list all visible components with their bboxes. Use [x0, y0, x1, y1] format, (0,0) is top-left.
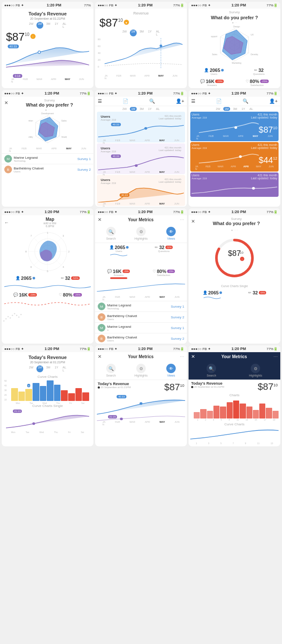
x-axis-2: JAN FEB MAR APR MAY JUN — [98, 74, 184, 80]
svg-text:3: 3 — [63, 234, 64, 237]
mr-chart — [97, 393, 185, 416]
user-name-1: Marine Legrand — [14, 156, 38, 160]
survey-heading-1: What do you prefer ? — [189, 14, 280, 21]
svg-text:Sales: Sales — [61, 119, 67, 122]
charts-label-mc: Charts — [189, 392, 280, 398]
card-revenue-1: ●●●○○ FB ✦ 1:20 PM 77% Today's Revenue 2… — [2, 2, 93, 88]
card-metrics-1: ●●●○○ FB ✦ 1:20 PM 77%🔋 ✕ Your Metrics ⋯… — [95, 208, 187, 344]
close-btn-2[interactable]: ✕ — [98, 217, 102, 223]
svg-text:8: 8 — [25, 250, 27, 253]
metrics-title-2: Your Metrics — [128, 354, 154, 359]
svg-point-32 — [239, 155, 241, 158]
user-item-4: B Barthélémy ChalvetUsers Survey 2 — [95, 312, 187, 322]
tab-2w[interactable]: 2W — [27, 22, 35, 29]
tab-1m[interactable]: 1M — [36, 22, 43, 29]
user-item-1: M Marine Legrand Technolog. Survey 1 — [2, 153, 93, 164]
tab-1y[interactable]: 1Y — [53, 22, 60, 29]
card-survey-1: ●●●○○ FB ✦ 1:20 PM 77%🔋 Survey What do y… — [189, 2, 280, 88]
map-subtitle: add a title6.8PM — [9, 222, 91, 228]
svg-text:4: 4 — [63, 266, 64, 268]
svg-text:Design: Design — [233, 26, 240, 28]
close-btn-1[interactable]: ✕ — [4, 100, 8, 106]
revenue-amount-mr: $8710 — [164, 382, 184, 393]
tooltip-purple-1: 3:18 — [13, 74, 22, 78]
status-bar-5: ●●●○○ FB ✦ 1:20 PM 77%🔋 — [95, 90, 187, 97]
back-btn[interactable]: ← — [4, 220, 9, 225]
revenue-title-mc: Today's Revenue — [191, 381, 224, 386]
metrics-title-3: Your Metrics — [222, 354, 247, 359]
stats-row-2: 💬 16K -20% Answers ♡ 80% -25% Satisfacti… — [189, 77, 280, 88]
svg-point-31 — [234, 126, 237, 129]
survey-link-1[interactable]: Survey 1 — [77, 157, 91, 161]
user-icon-2[interactable]: 👤+ — [269, 98, 278, 104]
menu-icon[interactable]: ☰ — [98, 98, 102, 104]
close-btn-5[interactable]: ✕ — [191, 354, 195, 359]
metrics-title-1: Your Metrics — [128, 217, 154, 222]
revenue-subtitle-4: 20 September at 01:21PM — [4, 361, 91, 364]
revenue-title-mr: Today's Revenue — [98, 382, 131, 386]
tab-search-3[interactable]: 🔍 Search — [207, 364, 216, 377]
revenue-amount-2: $8710 — [99, 16, 123, 30]
tab-3m[interactable]: 3M — [45, 22, 52, 29]
tooltip-mr-2: 21:15 — [108, 415, 117, 418]
search-icon-3[interactable]: 🔍 — [243, 98, 249, 104]
time-tabs-r2c2: 2W 1M 3M 1Y AL — [95, 107, 187, 111]
svg-text:↑: ↑ — [242, 258, 243, 261]
time-tabs-r2c3: 2W 1M 3M 1Y AL — [189, 107, 280, 111]
tab-highlights-2[interactable]: ⚙ Highlights — [135, 364, 148, 377]
time-tabs-1: 2W 1M 3M 1Y ALL — [4, 22, 91, 29]
chart-line-2 — [105, 38, 183, 68]
status-bar-10: ●●●○○ FB ✦ 1:20 PM 77%🔋 — [2, 345, 93, 352]
section-purple: UsersAverage: 219 421 this monthLast upd… — [190, 172, 279, 197]
menu-icon-2[interactable]: ☰ — [191, 98, 195, 104]
user-icon[interactable]: 👤+ — [176, 98, 184, 104]
battery: 77% — [84, 3, 91, 7]
tab-highlights-1[interactable]: ⚙ Highlights — [135, 227, 148, 240]
tab-highlights-3[interactable]: ⚙ Highlights — [249, 364, 262, 377]
metrics-tabs-2: 🔍 Search ⚙ Highlights 👁 Views — [95, 361, 187, 380]
tab-search-2[interactable]: 🔍 Search — [106, 364, 116, 377]
section-orange: UsersAverage: 219 421 this monthLast upd… — [190, 142, 279, 172]
svg-text:Attention: Attention — [28, 119, 33, 122]
battery-3: 77%🔋 — [267, 3, 278, 7]
survey-heading-2: What do you prefer ? — [8, 102, 91, 107]
status-bar-7: ●●●○○ FB ✦ 1:20 PM 77%🔋 — [2, 208, 93, 215]
mini-chart-blue: Users Average: 219 421 this monthLast up… — [97, 112, 185, 142]
tab-views-2[interactable]: 👁 Views — [166, 364, 176, 377]
doc-icon-2[interactable]: 📄 — [216, 98, 222, 104]
avatar-1: M — [4, 155, 12, 163]
curve-charts-label-mc: Curve Charts — [189, 421, 280, 427]
status-bar-1: ●●●○○ FB ✦ 1:20 PM 77% — [2, 2, 93, 9]
x-axis-1: JAN FEB MAR APR MAY JUN — [4, 78, 91, 83]
tab-views-1[interactable]: 👁 Views — [166, 227, 176, 240]
svg-point-2 — [159, 45, 162, 47]
doc-icon[interactable]: 📄 — [123, 98, 129, 104]
tab-al[interactable]: ALL — [61, 22, 68, 29]
revenue-subtitle-mr: 20 September at 01:21PM — [98, 386, 131, 389]
metrics-stats-1: 👤 2065 Users ✏ 32 -52% Questions — [95, 243, 187, 267]
status-bar-3: ●●●○○ FB ✦ 1:20 PM 77%🔋 — [189, 2, 280, 9]
revenue-label-2: Revenue — [98, 11, 184, 15]
card-survey-circle: ●●●○○ FB ✦ 1:20 PM 77%🔋 ✕ Survey What do… — [189, 208, 280, 344]
card-map: ●●●○○ FB ✦ 1:20 PM 77%🔋 ← Map add a titl… — [2, 208, 93, 344]
tab-search-1[interactable]: 🔍 Search — [106, 227, 116, 240]
x-axis-r2c1: JAN FEB MAR APR MAY JUN — [2, 147, 93, 152]
radar-chart-1: Design UX Development Marketing Sales Su… — [211, 26, 258, 64]
svg-point-30 — [135, 164, 138, 167]
svg-point-51 — [8, 316, 9, 318]
search-icon-2[interactable]: 🔍 — [149, 98, 155, 104]
close-btn-3[interactable]: ✕ — [191, 219, 195, 224]
close-btn-4[interactable]: ✕ — [98, 354, 102, 359]
circle-stats: 👤 2065 ✏ 32 -64% — [189, 288, 280, 308]
user-item-5: M Marine Legrandv. Survey 1 — [95, 322, 187, 333]
svg-point-52 — [10, 318, 11, 319]
user-item-2: B Barthélémy Chalvet Users Survey 2 — [2, 164, 93, 175]
survey-link-2[interactable]: Survey 2 — [77, 168, 91, 172]
signal-3: ●●●○○ FB ✦ — [191, 3, 211, 7]
avatar-2: B — [4, 166, 12, 173]
revenue-title-4: Today's Revenue — [4, 355, 91, 360]
curve-label-1: Curve Charts Single — [189, 284, 280, 288]
highlights-tab-icon-1: ⚙ — [136, 227, 146, 236]
svg-point-57 — [21, 314, 22, 315]
svg-text:UX: UX — [251, 33, 254, 36]
